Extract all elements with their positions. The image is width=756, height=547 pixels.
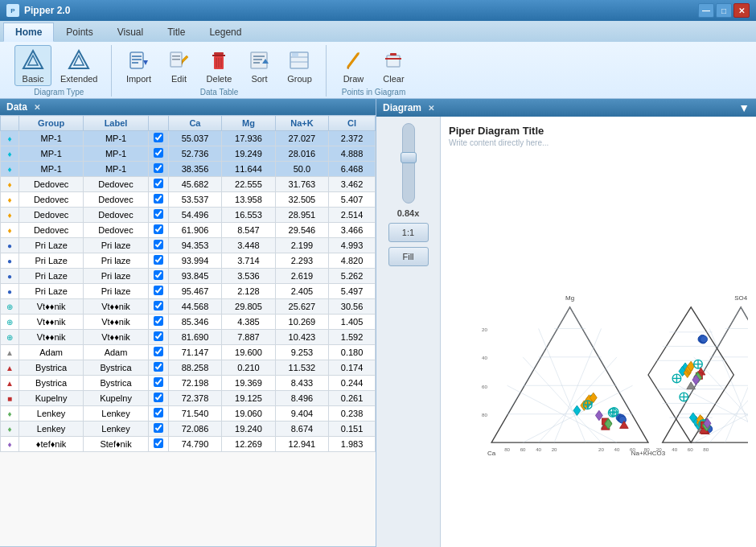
col-label[interactable]: Label [84, 116, 148, 131]
table-row[interactable]: ♦ MP-1 MP-1 52.736 19.249 28.016 4.888 [1, 146, 376, 162]
row-label[interactable]: Stef♦nik [84, 437, 148, 452]
row-check[interactable] [148, 238, 168, 253]
row-group[interactable]: Pri Laze [18, 284, 83, 299]
edit-button[interactable]: Edit [160, 45, 197, 86]
row-group[interactable]: ♦tef♦nik [18, 437, 83, 452]
table-row[interactable]: ♦ Dedovec Dedovec 54.496 16.553 28.951 2… [1, 208, 376, 223]
row-group[interactable]: Dedovec [18, 192, 83, 208]
row-check[interactable] [148, 177, 168, 192]
sort-button[interactable]: Sort [240, 45, 277, 86]
row-label[interactable]: Bystrica [84, 360, 148, 376]
row-group[interactable]: Lenkey [18, 406, 83, 422]
row-label[interactable]: Pri laze [84, 253, 148, 269]
import-button[interactable]: Import [120, 45, 157, 86]
table-row[interactable]: ♦ MP-1 MP-1 38.356 11.644 50.0 6.468 [1, 162, 376, 177]
row-group[interactable]: Vt♦♦nik [18, 299, 83, 315]
table-row[interactable]: ♦ ♦tef♦nik Stef♦nik 74.790 12.269 12.941… [1, 437, 376, 452]
clear-button[interactable]: Clear [375, 45, 412, 86]
group-button[interactable]: Group [281, 45, 318, 86]
table-row[interactable]: ♦ Dedovec Dedovec 45.682 22.555 31.763 3… [1, 177, 376, 192]
row-check[interactable] [148, 162, 168, 177]
row-check[interactable] [148, 315, 168, 330]
row-label[interactable]: Adam [84, 345, 148, 360]
col-cl[interactable]: Cl [329, 116, 376, 131]
row-check[interactable] [148, 422, 168, 437]
tab-legend[interactable]: Legend [197, 23, 253, 42]
table-row[interactable]: ⊕ Vt♦♦nik Vt♦♦nik 85.346 4.385 10.269 1.… [1, 315, 376, 330]
zoom-slider[interactable] [402, 123, 415, 204]
row-check[interactable] [148, 330, 168, 345]
tab-home[interactable]: Home [3, 23, 54, 42]
row-group[interactable]: Dedovec [18, 177, 83, 192]
row-group[interactable]: Dedovec [18, 223, 83, 238]
row-check[interactable] [148, 376, 168, 391]
row-check[interactable] [148, 223, 168, 238]
col-mg[interactable]: Mg [222, 116, 275, 131]
table-row[interactable]: ▲ Bystrica Bystrica 88.258 0.210 11.532 … [1, 360, 376, 376]
row-group[interactable]: Bystrica [18, 376, 83, 391]
row-label[interactable]: Kupelny [84, 391, 148, 406]
draw-button[interactable]: Draw [335, 45, 372, 86]
table-row[interactable]: ▲ Bystrica Bystrica 72.198 19.369 8.433 … [1, 376, 376, 391]
row-check[interactable] [148, 437, 168, 452]
table-row[interactable]: ♦ Lenkey Lenkey 71.540 19.060 9.404 0.23… [1, 406, 376, 422]
piper-diagram-subtitle[interactable]: Write content directly here... [449, 138, 748, 147]
table-row[interactable]: ● Pri Laze Pri laze 93.994 3.714 2.293 4… [1, 253, 376, 269]
table-row[interactable]: ▲ Adam Adam 71.147 19.600 9.253 0.180 [1, 345, 376, 360]
tab-title[interactable]: Title [155, 23, 197, 42]
row-label[interactable]: Pri laze [84, 284, 148, 299]
row-label[interactable]: Dedovec [84, 177, 148, 192]
row-group[interactable]: Vt♦♦nik [18, 315, 83, 330]
row-group[interactable]: Kupelny [18, 391, 83, 406]
row-label[interactable]: MP-1 [84, 146, 148, 162]
row-check[interactable] [148, 131, 168, 146]
row-label[interactable]: Vt♦♦nik [84, 330, 148, 345]
delete-button[interactable]: Delete [200, 45, 237, 86]
diagram-panel-menu[interactable]: ▼ [738, 101, 750, 114]
row-check[interactable] [148, 406, 168, 422]
row-label[interactable]: Vt♦♦nik [84, 315, 148, 330]
row-check[interactable] [148, 360, 168, 376]
row-group[interactable]: Vt♦♦nik [18, 330, 83, 345]
row-group[interactable]: Dedovec [18, 208, 83, 223]
zoom-thumb[interactable] [401, 152, 417, 163]
maximize-button[interactable]: □ [716, 3, 732, 18]
row-group[interactable]: Pri Laze [18, 253, 83, 269]
diagram-panel-close[interactable]: ✕ [428, 104, 434, 113]
tab-visual[interactable]: Visual [105, 23, 155, 42]
fill-button[interactable]: Fill [388, 247, 429, 266]
table-row[interactable]: ⊕ Vt♦♦nik Vt♦♦nik 44.568 29.805 25.627 3… [1, 299, 376, 315]
row-group[interactable]: MP-1 [18, 162, 83, 177]
table-row[interactable]: ■ Kupelny Kupelny 72.378 19.125 8.496 0.… [1, 391, 376, 406]
col-nak[interactable]: Na+K [275, 116, 328, 131]
row-label[interactable]: Dedovec [84, 208, 148, 223]
row-group[interactable]: Bystrica [18, 360, 83, 376]
row-label[interactable]: MP-1 [84, 162, 148, 177]
one-to-one-button[interactable]: 1:1 [388, 223, 429, 242]
table-row[interactable]: ● Pri Laze Pri laze 94.353 3.448 2.199 4… [1, 238, 376, 253]
row-group[interactable]: Pri Laze [18, 238, 83, 253]
row-group[interactable]: Adam [18, 345, 83, 360]
row-label[interactable]: Bystrica [84, 376, 148, 391]
minimize-button[interactable]: — [698, 3, 714, 18]
row-check[interactable] [148, 269, 168, 284]
row-check[interactable] [148, 208, 168, 223]
basic-button[interactable]: Basic [14, 45, 51, 86]
row-label[interactable]: Lenkey [84, 406, 148, 422]
row-label[interactable]: Pri laze [84, 269, 148, 284]
table-row[interactable]: ♦ MP-1 MP-1 55.037 17.936 27.027 2.372 [1, 131, 376, 146]
row-group[interactable]: Pri Laze [18, 269, 83, 284]
data-table-container[interactable]: Group Label Ca Mg Na+K Cl ♦ MP-1 MP-1 [0, 115, 376, 546]
extended-button[interactable]: Extended [55, 45, 103, 86]
col-group[interactable]: Group [18, 116, 83, 131]
row-label[interactable]: Dedovec [84, 223, 148, 238]
row-group[interactable]: Lenkey [18, 422, 83, 437]
row-group[interactable]: MP-1 [18, 146, 83, 162]
col-ca[interactable]: Ca [168, 116, 221, 131]
table-row[interactable]: ⊕ Vt♦♦nik Vt♦♦nik 81.690 7.887 10.423 1.… [1, 330, 376, 345]
row-label[interactable]: Lenkey [84, 422, 148, 437]
row-check[interactable] [148, 146, 168, 162]
tab-points[interactable]: Points [54, 23, 105, 42]
row-check[interactable] [148, 253, 168, 269]
row-label[interactable]: Pri laze [84, 238, 148, 253]
